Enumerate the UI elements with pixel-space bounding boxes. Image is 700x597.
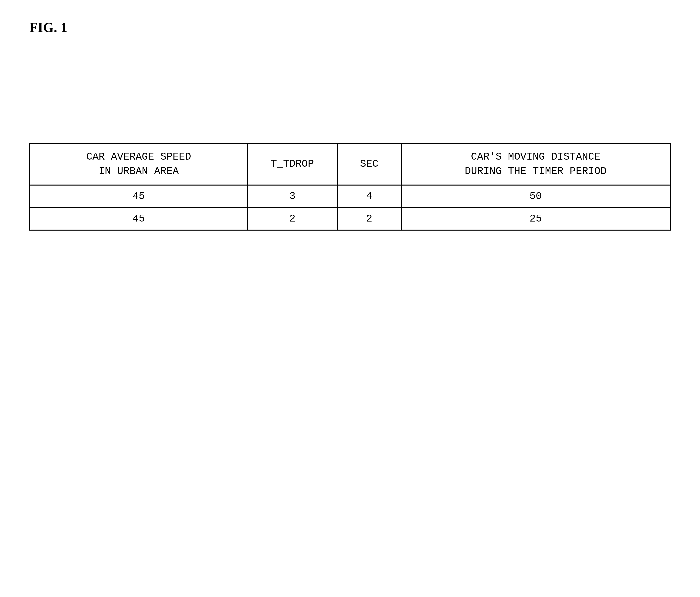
table-row: 45 2 2 25 <box>30 207 670 230</box>
data-table: CAR AVERAGE SPEEDIN URBAN AREA T_TDROP S… <box>29 143 671 230</box>
cell-dist: 25 <box>401 207 670 230</box>
header-car-average-speed: CAR AVERAGE SPEEDIN URBAN AREA <box>30 144 247 185</box>
cell-speed: 45 <box>30 185 247 207</box>
cell-tdrop: 2 <box>247 207 337 230</box>
table-row: 45 3 4 50 <box>30 185 670 207</box>
header-moving-distance: CAR'S MOVING DISTANCEDURING THE TIMER PE… <box>401 144 670 185</box>
header-sec: SEC <box>337 144 401 185</box>
header-t-tdrop: T_TDROP <box>247 144 337 185</box>
cell-speed: 45 <box>30 207 247 230</box>
table-header-row: CAR AVERAGE SPEEDIN URBAN AREA T_TDROP S… <box>30 144 670 185</box>
cell-sec: 2 <box>337 207 401 230</box>
cell-tdrop: 3 <box>247 185 337 207</box>
cell-sec: 4 <box>337 185 401 207</box>
cell-dist: 50 <box>401 185 670 207</box>
figure-title: FIG. 1 <box>29 20 671 35</box>
